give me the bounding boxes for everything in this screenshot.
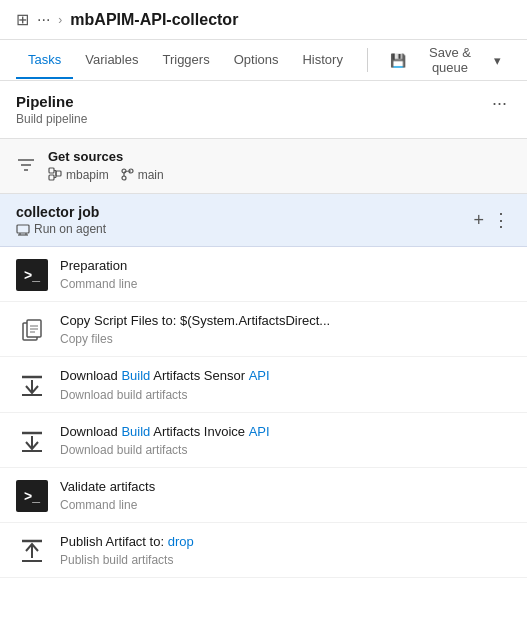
task-sub-download-sensor: Download build artifacts [60, 388, 270, 402]
get-sources-title: Get sources [48, 149, 164, 164]
pipeline-subtitle: Build pipeline [16, 112, 87, 126]
page-title: mbAPIM-API-collector [70, 11, 238, 29]
task-item-preparation[interactable]: >_ Preparation Command line [0, 247, 527, 302]
download-icon-invoice [18, 427, 46, 455]
task-list: >_ Preparation Command line Copy Script … [0, 247, 527, 578]
tab-tasks[interactable]: Tasks [16, 42, 73, 79]
collector-job-sub-label: Run on agent [34, 222, 106, 236]
collector-job-title: collector job [16, 204, 106, 220]
get-sources-section: Get sources mbapim [0, 139, 527, 194]
agent-icon [16, 222, 30, 236]
terminal-icon-validate: >_ [16, 480, 48, 512]
terminal-icon: >_ [16, 259, 48, 291]
highlight-drop: drop [168, 534, 194, 549]
filter-icon [16, 155, 36, 178]
task-item-publish[interactable]: Publish Artifact to: drop Publish build … [0, 523, 527, 578]
task-sub-preparation: Command line [60, 277, 137, 291]
repo-label: mbapim [66, 168, 109, 182]
branch-icon [121, 168, 134, 183]
collector-job-actions: + ⋮ [473, 209, 511, 231]
task-icon-copy [16, 314, 48, 346]
task-item-download-sensor[interactable]: Download Build Artifacts Sensor API Down… [0, 357, 527, 412]
svg-rect-5 [56, 171, 61, 176]
task-content-publish: Publish Artifact to: drop Publish build … [60, 533, 194, 567]
breadcrumb-dots[interactable]: ··· [37, 11, 50, 29]
task-title-copy-script: Copy Script Files to: $(System.Artifacts… [60, 312, 330, 330]
tab-divider [367, 48, 368, 72]
pipeline-section: Pipeline Build pipeline ··· [0, 81, 527, 139]
task-sub-publish: Publish build artifacts [60, 553, 194, 567]
save-icon: 💾 [390, 53, 406, 68]
get-sources-meta: mbapim main [48, 167, 164, 183]
save-queue-label: Save & queue [410, 45, 490, 75]
task-content-preparation: Preparation Command line [60, 257, 137, 291]
svg-rect-3 [49, 168, 54, 173]
svg-rect-4 [49, 175, 54, 180]
collector-job-subtitle: Run on agent [16, 222, 106, 236]
task-sub-copy-script: Copy files [60, 332, 330, 346]
tab-variables[interactable]: Variables [73, 42, 150, 79]
task-sub-download-invoice: Download build artifacts [60, 443, 270, 457]
task-content-validate: Validate artifacts Command line [60, 478, 155, 512]
tab-triggers[interactable]: Triggers [150, 42, 221, 79]
task-content-download-sensor: Download Build Artifacts Sensor API Down… [60, 367, 270, 401]
highlight-api-invoice: API [249, 424, 270, 439]
highlight-build-sensor: Build [121, 368, 150, 383]
svg-rect-13 [17, 225, 29, 233]
task-icon-publish [16, 535, 48, 567]
collector-job-section: collector job Run on agent + ⋮ [0, 194, 527, 247]
breadcrumb-chevron: › [58, 13, 62, 27]
task-icon-preparation: >_ [16, 259, 48, 291]
pipeline-info: Pipeline Build pipeline [16, 93, 87, 126]
chevron-down-icon: ▾ [494, 53, 501, 68]
task-title-publish: Publish Artifact to: drop [60, 533, 194, 551]
task-icon-validate: >_ [16, 480, 48, 512]
task-title-download-invoice: Download Build Artifacts Invoice API [60, 423, 270, 441]
task-title-validate: Validate artifacts [60, 478, 155, 496]
top-bar: ⊞ ··· › mbAPIM-API-collector [0, 0, 527, 40]
collector-job-info: collector job Run on agent [16, 204, 106, 236]
pipeline-title: Pipeline [16, 93, 87, 110]
task-sub-validate: Command line [60, 498, 155, 512]
task-icon-download-invoice [16, 425, 48, 457]
tab-history[interactable]: History [290, 42, 354, 79]
collector-job-menu-button[interactable]: ⋮ [492, 209, 511, 231]
add-task-button[interactable]: + [473, 210, 484, 231]
branch-meta: main [121, 168, 164, 183]
upload-icon [18, 537, 46, 565]
task-title-download-sensor: Download Build Artifacts Sensor API [60, 367, 270, 385]
task-title-preparation: Preparation [60, 257, 137, 275]
task-item-copy-script[interactable]: Copy Script Files to: $(System.Artifacts… [0, 302, 527, 357]
tab-options[interactable]: Options [222, 42, 291, 79]
highlight-api-sensor: API [249, 368, 270, 383]
pipeline-dots-button[interactable]: ··· [488, 93, 511, 114]
save-queue-button[interactable]: 💾 Save & queue ▾ [380, 40, 511, 80]
grid-icon: ⊞ [16, 10, 29, 29]
task-content-download-invoice: Download Build Artifacts Invoice API Dow… [60, 423, 270, 457]
copy-files-icon [18, 316, 46, 344]
branch-label: main [138, 168, 164, 182]
download-icon-sensor [18, 371, 46, 399]
task-item-validate[interactable]: >_ Validate artifacts Command line [0, 468, 527, 523]
task-content-copy-script: Copy Script Files to: $(System.Artifacts… [60, 312, 330, 346]
repo-meta: mbapim [48, 167, 109, 183]
task-icon-download-sensor [16, 369, 48, 401]
svg-point-10 [122, 176, 126, 180]
get-sources-content: Get sources mbapim [48, 149, 164, 183]
highlight-build-invoice: Build [121, 424, 150, 439]
tab-nav: Tasks Variables Triggers Options History… [0, 40, 527, 81]
repo-icon [48, 167, 62, 183]
tab-items: Tasks Variables Triggers Options History [16, 42, 355, 79]
task-item-download-invoice[interactable]: Download Build Artifacts Invoice API Dow… [0, 413, 527, 468]
